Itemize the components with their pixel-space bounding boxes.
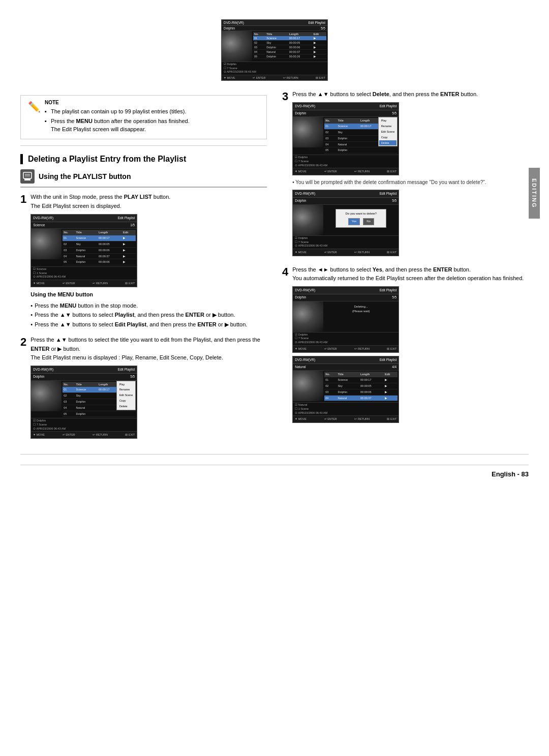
left-col: ✏️ NOTE The playlist can contain up to 9… <box>20 90 267 448</box>
step1-screen: DVD-RW(VR) Edit Playlist Science 1/5 <box>30 214 137 287</box>
table-row: 01Science00:00:17▶ <box>63 235 136 241</box>
yes-button[interactable]: Yes <box>348 218 360 225</box>
step-1: 1 With the unit in Stop mode, press the … <box>20 193 267 329</box>
col-title: Title <box>265 32 288 36</box>
table-row: 04Natural00:00:37▶ <box>253 50 326 54</box>
dvd-sub-left: Dolphin <box>224 26 235 30</box>
dvd-bottom-bar: ✦ MOVE ↵ ENTER ↩ RETURN ⊞ EXIT <box>222 75 327 80</box>
editing-label: Editing <box>531 178 537 208</box>
step-2-number: 2 <box>20 337 26 348</box>
step2-screen: DVD-RW(VR) Edit Playlist Dolphin 5/5 <box>30 366 137 439</box>
sub-heading-title: Using the PLAYLIST button <box>39 172 131 180</box>
table-row: 03Dolphin00:00:06▶ <box>63 247 136 253</box>
step3-thumb2 <box>293 205 323 235</box>
step3-screen2: DVD-RW(VR) Edit Playlist Dolphin 5/5 <box>292 190 399 256</box>
table-row: 01Science00:00:17▶ <box>253 36 326 41</box>
table-row: 04Natural00:00:37▶ <box>63 253 136 259</box>
dvd-table: No. Title Length Edit 01Science00:00:17▶ <box>252 31 327 62</box>
step-4-content: Press the ◄► buttons to select Yes, and … <box>292 265 529 426</box>
step3-screen1: DVD-RW(VR) Edit Playlist Dolphin 5/5 <box>292 102 399 175</box>
step2-thumb <box>31 381 62 411</box>
section-title: Deleting a Playlist Entry from the Playl… <box>28 154 267 165</box>
dvd-sub-right: 5/5 <box>321 26 325 30</box>
step1-thumb <box>31 229 62 259</box>
step-3-number: 3 <box>282 91 288 102</box>
context-menu-step2: Play Rename Edit Scene Copy Delete <box>116 381 136 410</box>
note-item-1: The playlist can contain up to 99 playli… <box>45 107 261 116</box>
menu-bullet-1: Press the MENU button in the stop mode. <box>30 301 267 310</box>
table-row: 03Dolphin00:00:06▶ <box>324 389 398 395</box>
deleting-subtext: (Please wait) <box>326 309 395 314</box>
step-2-content: Press the ▲▼ buttons to select the title… <box>30 336 267 442</box>
no-button[interactable]: No <box>363 218 374 225</box>
step3-thumb1 <box>293 117 323 147</box>
dvd-footer-info: ☑ Dolphin ☐ 7 Scene ⊙ APR/23/2006 06:43 … <box>222 62 327 75</box>
step4-thumb1 <box>293 301 323 332</box>
note-item-2: Press the MENU button after the operatio… <box>45 117 261 134</box>
deleting-text: Deleting... <box>326 305 395 310</box>
step4-screen-done: DVD-RW(VR) Edit Playlist Natural 4/4 <box>292 356 399 424</box>
delete-dialog: Do you want to delete? Yes No <box>336 209 386 228</box>
step-3: 3 Press the ▲▼ buttons to select Delete,… <box>282 90 529 259</box>
step4-screen-deleting: DVD-RW(VR) Edit Playlist Dolphin 5/5 <box>292 286 399 353</box>
context-menu-step3: Play Rename Edit Scene Copy Delete <box>378 117 398 146</box>
section-divider-bottom <box>20 454 529 455</box>
svg-rect-0 <box>23 172 32 178</box>
dvd-header-left: DVD-RW(VR) <box>224 21 244 24</box>
menu-bullet-2: Press the ▲▼ buttons to select Playlist,… <box>30 311 267 319</box>
table-row: 03Dolphin00:00:06▶ <box>253 45 326 50</box>
note-content: NOTE The playlist can contain up to 99 p… <box>45 100 261 135</box>
col-length: Length <box>288 32 313 36</box>
playlist-icon <box>20 169 35 184</box>
col-edit: Edit <box>313 32 326 36</box>
note-label: NOTE <box>45 100 261 105</box>
menu-button-label: Using the MENU button <box>30 290 267 299</box>
right-col: 3 Press the ▲▼ buttons to select Delete,… <box>282 90 529 448</box>
sub-heading: Using the PLAYLIST button <box>20 169 267 188</box>
table-row: 02Sky00:00:05▶ <box>324 383 398 389</box>
section-heading: Deleting a Playlist Entry from the Playl… <box>20 154 267 165</box>
table-row: 02Sky00:00:05▶ <box>253 41 326 45</box>
note-icon: ✏️ <box>28 101 41 113</box>
step-1-number: 1 <box>20 194 26 205</box>
step-1-content: With the unit in Stop mode, press the PL… <box>30 193 267 329</box>
page-layout: ✏️ NOTE The playlist can contain up to 9… <box>20 90 529 448</box>
editing-tab: Editing <box>529 168 540 219</box>
step-3-content: Press the ▲▼ buttons to select Delete, a… <box>292 90 529 259</box>
table-row: 05Dolphin00:00:26▶ <box>253 54 326 59</box>
svg-rect-1 <box>24 179 30 180</box>
col-no: No. <box>253 32 265 36</box>
section-divider-1 <box>20 145 267 146</box>
dvd-thumbnail <box>222 31 252 62</box>
dvd-body: No. Title Length Edit 01Science00:00:17▶ <box>222 31 327 62</box>
table-row: 04Natural00:00:37▶ <box>324 395 398 401</box>
top-dvd-screen: DVD-RW(VR) Edit Playlist Dolphin 5/5 No. <box>221 19 328 81</box>
step-4-number: 4 <box>282 266 288 278</box>
menu-button-section: Using the MENU button Press the MENU but… <box>30 290 267 328</box>
page-number: English - 83 <box>492 470 529 478</box>
table-row: 02Sky00:00:05▶ <box>63 241 136 247</box>
step3-note: • You will be prompted with the delete c… <box>292 178 529 187</box>
table-row: 05Dolphin <box>63 411 136 417</box>
note-box: ✏️ NOTE The playlist can contain up to 9… <box>20 95 267 139</box>
dvd-sub-header: Dolphin 5/5 <box>222 26 327 31</box>
step-2: 2 Press the ▲▼ buttons to select the tit… <box>20 336 267 442</box>
table-row: 05Dolphin <box>324 147 398 154</box>
menu-bullet-3: Press the ▲▼ buttons to select Edit Play… <box>30 320 267 329</box>
dialog-text: Do you want to delete? <box>340 211 382 217</box>
dvd-header-right: Edit Playlist <box>308 21 325 24</box>
step4-thumb2 <box>293 371 323 401</box>
top-screen-container: DVD-RW(VR) Edit Playlist Dolphin 5/5 No. <box>20 15 529 85</box>
step-4: 4 Press the ◄► buttons to select Yes, an… <box>282 265 529 426</box>
dvd-header: DVD-RW(VR) Edit Playlist <box>222 20 327 26</box>
table-row: 01Science00:00:17▶ <box>324 377 398 383</box>
page-footer: English - 83 <box>20 465 529 478</box>
deleting-box: Deleting... (Please wait) <box>323 301 399 317</box>
table-row: 05Dolphin00:00:06▶ <box>63 259 136 265</box>
